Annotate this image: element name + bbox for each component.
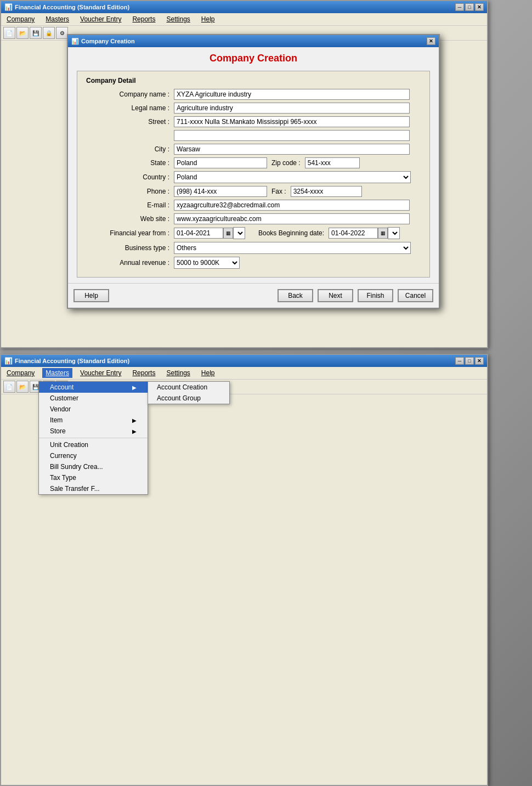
menu-company-1[interactable]: Company (3, 14, 38, 24)
masters-item-item[interactable]: Item ▶ (39, 415, 148, 426)
books-begin-select[interactable] (388, 227, 400, 239)
annual-revenue-row: Annual revenue : 5000 to 9000K (86, 257, 421, 269)
company-name-input[interactable] (174, 89, 410, 100)
country-select[interactable]: Poland (174, 171, 411, 183)
item-arrow-icon: ▶ (132, 417, 137, 423)
finish-button[interactable]: Finish (358, 289, 393, 302)
app-window-1: 📊 Financial Accounting (Standard Edition… (0, 0, 488, 348)
menu-reports-2[interactable]: Reports (129, 368, 159, 378)
fin-year-select[interactable] (233, 227, 245, 239)
books-begin-cal-btn[interactable]: ▦ (378, 228, 388, 239)
street2-row (86, 130, 421, 141)
company-section-label: Company Detail (86, 77, 421, 84)
street-label: Street : (86, 118, 174, 126)
country-row: Country : Poland (86, 171, 421, 183)
menu-voucher-2[interactable]: Voucher Entry (77, 368, 124, 378)
masters-unit-creation-item[interactable]: Unit Creation (39, 439, 148, 450)
menu-help-2[interactable]: Help (198, 368, 218, 378)
toolbar-btn-4[interactable]: 🔒 (43, 27, 55, 39)
menu-settings-2[interactable]: Settings (163, 368, 193, 378)
zip-label: Zip code : (271, 159, 301, 167)
website-row: Web site : (86, 213, 421, 224)
company-creation-dialog: 📊 Company Creation ✕ Company Creation Co… (67, 34, 440, 309)
menu-help-1[interactable]: Help (198, 14, 218, 24)
menu-voucher-1[interactable]: Voucher Entry (77, 14, 124, 24)
store-arrow-icon: ▶ (132, 428, 137, 434)
menu-reports-1[interactable]: Reports (129, 14, 159, 24)
masters-customer-item[interactable]: Customer (39, 393, 148, 404)
menu-divider (39, 438, 148, 438)
toolbar-btn-save[interactable]: 💾 (30, 27, 42, 39)
masters-vendor-item[interactable]: Vendor (39, 404, 148, 415)
street2-input[interactable] (174, 130, 410, 141)
website-input[interactable] (174, 213, 410, 224)
masters-sale-transfer-item[interactable]: Sale Transfer F... (39, 483, 148, 494)
email-input[interactable] (174, 200, 410, 211)
maximize-btn-1[interactable]: □ (465, 3, 474, 11)
books-begin-label: Books Beginning date: (258, 229, 324, 237)
masters-store-item[interactable]: Store ▶ (39, 426, 148, 437)
masters-currency-item[interactable]: Currency (39, 450, 148, 461)
fax-input[interactable] (291, 186, 362, 197)
next-button[interactable]: Next (318, 289, 353, 302)
help-button[interactable]: Help (73, 289, 109, 302)
country-label: Country : (86, 173, 174, 181)
toolbar-btn-open[interactable]: 📂 (16, 27, 29, 39)
company-dialog-title-bar: 📊 Company Creation ✕ (68, 35, 439, 47)
toolbar-btn-new[interactable]: 📄 (3, 27, 15, 39)
company-dialog-heading: Company Creation (77, 53, 430, 64)
masters-account-item[interactable]: Account ▶ (39, 382, 148, 393)
company-dialog-icon: 📊 (71, 38, 79, 45)
close-btn-2[interactable]: ✕ (475, 357, 484, 365)
zip-input[interactable] (305, 157, 360, 168)
website-label: Web site : (86, 215, 174, 223)
phone-input[interactable] (174, 186, 267, 197)
company-dialog-footer: Help Back Next Finish Cancel (68, 283, 439, 308)
maximize-btn-2[interactable]: □ (465, 357, 474, 365)
business-type-row: Business type : Others (86, 242, 421, 254)
fin-year-cal-btn[interactable]: ▦ (223, 228, 233, 239)
back-button[interactable]: Back (278, 289, 313, 302)
submenu-account-creation[interactable]: Account Creation (148, 382, 229, 393)
app-icon-1: 📊 (4, 3, 13, 11)
company-detail-section: Company Detail Company name : Legal name… (77, 71, 430, 278)
company-name-row: Company name : (86, 89, 421, 100)
app-title-1: Financial Accounting (Standard Edition) (15, 4, 129, 10)
masters-bill-sundry-item[interactable]: Bill Sundry Crea... (39, 461, 148, 472)
street-input[interactable] (174, 116, 410, 127)
books-begin-input[interactable] (329, 228, 378, 239)
state-zip-row: State : Zip code : (86, 157, 421, 168)
company-name-label: Company name : (86, 91, 174, 98)
city-input[interactable] (174, 144, 410, 155)
app-window-2: 📊 Financial Accounting (Standard Edition… (0, 354, 488, 786)
street-row: Street : (86, 116, 421, 127)
fin-year-input[interactable] (174, 228, 223, 239)
account-submenu: Account Creation Account Group (148, 381, 230, 404)
title-bar-controls-2: ─ □ ✕ (455, 357, 484, 365)
minimize-btn-2[interactable]: ─ (455, 357, 464, 365)
legal-name-input[interactable] (174, 103, 410, 114)
submenu-account-group[interactable]: Account Group (148, 393, 229, 404)
cancel-button-1[interactable]: Cancel (398, 289, 433, 302)
company-dialog-close[interactable]: ✕ (427, 37, 435, 45)
toolbar2-btn-open[interactable]: 📂 (16, 381, 29, 393)
business-type-label: Business type : (86, 244, 174, 252)
minimize-btn-1[interactable]: ─ (455, 3, 464, 11)
phone-fax-row: Phone : Fax : (86, 186, 421, 197)
menu-company-2[interactable]: Company (3, 368, 38, 378)
state-label: State : (86, 159, 174, 167)
toolbar2-btn-new[interactable]: 📄 (3, 381, 15, 393)
state-input[interactable] (174, 157, 267, 168)
app-icon-2: 📊 (4, 357, 13, 365)
annual-revenue-select[interactable]: 5000 to 9000K (174, 257, 240, 269)
menu-masters-1[interactable]: Masters (42, 14, 72, 24)
menu-masters-2[interactable]: Masters (42, 368, 72, 378)
title-bar-controls-1: ─ □ ✕ (455, 3, 484, 11)
business-type-select[interactable]: Others (174, 242, 411, 254)
company-dialog-body: Company Creation Company Detail Company … (68, 47, 439, 283)
app-title-2: Financial Accounting (Standard Edition) (15, 358, 129, 364)
masters-tax-type-item[interactable]: Tax Type (39, 472, 148, 483)
menu-settings-1[interactable]: Settings (163, 14, 193, 24)
toolbar-btn-5[interactable]: ⚙ (56, 27, 68, 39)
close-btn-1[interactable]: ✕ (475, 3, 484, 11)
